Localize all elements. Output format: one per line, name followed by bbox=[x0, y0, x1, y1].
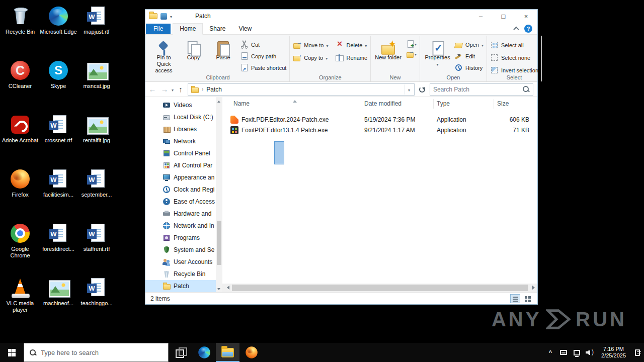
open-button[interactable]: Open bbox=[454, 40, 484, 49]
minimize-button[interactable]: – bbox=[469, 10, 492, 23]
taskbar-search-input[interactable] bbox=[41, 349, 163, 356]
large-icons-view-button[interactable] bbox=[522, 294, 532, 303]
scroll-right-icon[interactable] bbox=[529, 284, 537, 292]
desktop-icon-firefox[interactable]: Firefox bbox=[1, 166, 39, 220]
sidebar-item-programs[interactable]: Programs bbox=[145, 232, 216, 244]
desktop-icon-ccleaner[interactable]: CCleaner bbox=[1, 57, 39, 112]
properties-button[interactable]: Properties bbox=[423, 37, 452, 69]
sidebar-item-patch[interactable]: Patch bbox=[145, 280, 216, 292]
taskbar-app-file-explorer[interactable] bbox=[216, 343, 239, 362]
desktop-icon-skype[interactable]: Skype bbox=[39, 57, 77, 112]
forward-button[interactable] bbox=[159, 84, 170, 95]
maximize-button[interactable]: □ bbox=[492, 10, 515, 23]
address-dropdown-icon[interactable] bbox=[405, 84, 412, 95]
scrollbar-thumb[interactable] bbox=[217, 221, 221, 265]
column-header-name[interactable]: Name bbox=[222, 99, 361, 109]
easy-access-button[interactable] bbox=[406, 50, 417, 57]
desktop-icon-microsoft-edge[interactable]: Microsoft Edge bbox=[39, 3, 77, 57]
file-row[interactable]: FoxitPDFEditor13.1.4 Patch.exe 9/21/2024… bbox=[222, 125, 537, 135]
desktop-icon-msncat[interactable]: msncat.jpg bbox=[77, 57, 116, 112]
desktop-icon-mapjust[interactable]: mapjust.rtf bbox=[77, 3, 116, 57]
breadcrumb[interactable]: Patch bbox=[188, 83, 415, 96]
taskbar-clock[interactable]: 7:16 PM 2/25/2025 bbox=[596, 346, 631, 359]
tray-volume[interactable] bbox=[583, 343, 596, 362]
sidebar-item-videos[interactable]: Videos bbox=[145, 99, 216, 111]
sidebar-item-user-accounts[interactable]: User Accounts bbox=[145, 256, 216, 268]
desktop-icon-vlc[interactable]: VLC media player bbox=[1, 275, 39, 329]
tray-network[interactable] bbox=[570, 343, 583, 362]
scroll-down-icon[interactable] bbox=[216, 286, 222, 292]
sidebar-item-hardware-sound[interactable]: Hardware and bbox=[145, 208, 216, 220]
select-all-button[interactable]: Select all bbox=[490, 41, 538, 49]
paste-shortcut-button[interactable]: Paste shortcut bbox=[240, 63, 286, 72]
start-button[interactable] bbox=[0, 343, 24, 362]
file-row[interactable]: Foxit.PDF.Editor.2024-Patch.exe 5/19/202… bbox=[222, 114, 537, 125]
refresh-icon[interactable] bbox=[417, 84, 428, 95]
desktop-icon-staffrent[interactable]: staffrent.rtf bbox=[77, 220, 116, 275]
column-header-size[interactable]: Size bbox=[494, 99, 537, 109]
sidebar-item-clock-region[interactable]: Clock and Regi bbox=[145, 184, 216, 196]
pin-to-quick-access-button[interactable]: Pin to Quick access bbox=[149, 37, 178, 75]
copy-to-button[interactable]: Copy to bbox=[293, 53, 328, 62]
qat-customize-chevron-icon[interactable] bbox=[170, 13, 172, 20]
sidebar-item-system-security[interactable]: System and Se bbox=[145, 244, 216, 256]
copy-path-button[interactable]: Copy path bbox=[240, 52, 286, 60]
sidebar-item-libraries[interactable]: Libraries bbox=[145, 123, 216, 135]
scroll-up-icon[interactable] bbox=[216, 97, 222, 104]
sidebar-item-local-disk-c[interactable]: Local Disk (C:) bbox=[145, 111, 216, 123]
taskbar-app-firefox[interactable] bbox=[239, 343, 263, 362]
scrollbar-thumb[interactable] bbox=[232, 285, 528, 291]
close-button[interactable]: × bbox=[515, 10, 537, 23]
action-center-button[interactable] bbox=[631, 343, 644, 362]
copy-button[interactable]: Copy bbox=[179, 37, 208, 62]
recent-locations-chevron-icon[interactable] bbox=[172, 86, 174, 93]
tab-file[interactable]: File bbox=[146, 24, 171, 34]
desktop-icon-forestdirect[interactable]: forestdirect... bbox=[39, 220, 77, 275]
task-view-button[interactable] bbox=[169, 343, 192, 362]
history-button[interactable]: History bbox=[454, 63, 484, 72]
search-icon[interactable] bbox=[522, 85, 530, 93]
title-bar[interactable]: Patch – □ × bbox=[145, 10, 537, 23]
sidebar-item-network-internet[interactable]: Network and In bbox=[145, 220, 216, 232]
invert-selection-button[interactable]: Invert selection bbox=[490, 66, 538, 74]
sidebar-item-network[interactable]: Network bbox=[145, 135, 216, 147]
scroll-left-icon[interactable] bbox=[222, 284, 231, 292]
desktop-icon-facilitiesim[interactable]: facilitiesim... bbox=[39, 166, 77, 220]
tab-share[interactable]: Share bbox=[203, 24, 232, 34]
new-folder-button[interactable]: New folder bbox=[374, 37, 403, 62]
taskbar-app-edge[interactable] bbox=[192, 343, 216, 362]
tray-keyboard[interactable] bbox=[557, 343, 570, 362]
back-button[interactable] bbox=[147, 84, 157, 95]
desktop-icon-google-chrome[interactable]: Google Chrome bbox=[1, 220, 39, 275]
paste-button[interactable]: Paste bbox=[209, 37, 237, 62]
details-view-button[interactable] bbox=[510, 294, 520, 303]
desktop-icon-september[interactable]: september... bbox=[77, 166, 116, 220]
desktop-icon-machineof[interactable]: machineof... bbox=[39, 275, 77, 329]
desktop-icon-teachinggo[interactable]: teachinggo... bbox=[77, 275, 116, 329]
sidebar-item-ease-of-access[interactable]: Ease of Access bbox=[145, 196, 216, 208]
tab-home[interactable]: Home bbox=[173, 23, 203, 35]
tray-show-hidden-icons[interactable]: ^ bbox=[544, 343, 557, 362]
desktop-icon-adobe-acrobat[interactable]: Adobe Acrobat bbox=[1, 112, 39, 166]
move-to-button[interactable]: Move to bbox=[293, 41, 328, 49]
column-header-date-modified[interactable]: Date modified bbox=[361, 99, 434, 109]
sidebar-item-recycle-bin[interactable]: Recycle Bin bbox=[145, 268, 216, 280]
edit-button[interactable]: Edit bbox=[454, 52, 484, 60]
help-button[interactable]: ? bbox=[524, 25, 532, 33]
navigation-scrollbar[interactable] bbox=[216, 97, 222, 292]
new-item-button[interactable] bbox=[406, 40, 417, 47]
tab-view[interactable]: View bbox=[232, 24, 258, 34]
up-button[interactable] bbox=[176, 84, 186, 95]
horizontal-scrollbar[interactable] bbox=[222, 284, 537, 292]
search-input[interactable] bbox=[433, 86, 522, 93]
column-header-type[interactable]: Type bbox=[434, 99, 494, 109]
desktop-icon-rentalfit[interactable]: rentalfit.jpg bbox=[77, 112, 116, 166]
sidebar-item-appearance[interactable]: Appearance an bbox=[145, 171, 216, 184]
sidebar-item-all-control-panel-items[interactable]: All Control Par bbox=[145, 159, 216, 171]
select-none-button[interactable]: Select none bbox=[490, 53, 538, 62]
breadcrumb-folder[interactable]: Patch bbox=[206, 86, 222, 93]
delete-button[interactable]: Delete bbox=[335, 41, 367, 49]
sidebar-item-control-panel[interactable]: Control Panel bbox=[145, 147, 216, 159]
rename-button[interactable]: Rename bbox=[335, 53, 367, 62]
taskbar-search[interactable] bbox=[24, 343, 169, 362]
